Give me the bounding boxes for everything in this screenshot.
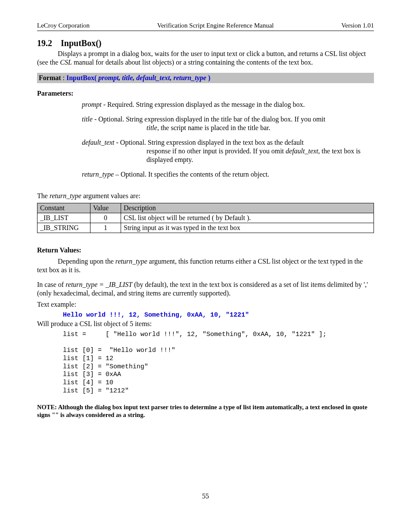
- return-values-p2: In case of return_type = _IB_LIST (by de…: [37, 280, 374, 298]
- produce-label: Will produce a CSL list object of 5 item…: [37, 320, 374, 328]
- section-title: InputBox(): [61, 38, 101, 48]
- header-left: LeCroy Corporation: [37, 22, 90, 30]
- format-fn-close: ): [206, 74, 210, 81]
- param-title: title - Optional. String expression disp…: [82, 115, 374, 132]
- section-number: 19.2: [37, 38, 52, 48]
- header-right: Version 1.01: [341, 22, 374, 30]
- table-header-row: Constant Value Description: [37, 203, 374, 213]
- param-prompt: prompt - Required. String expression dis…: [82, 100, 374, 109]
- section-heading: 19.2 InputBox(): [37, 38, 374, 49]
- note-text: NOTE: Although the dialog box input text…: [37, 403, 374, 419]
- th-value: Value: [90, 203, 121, 213]
- format-args: prompt, title, default_text, return_type: [98, 74, 206, 81]
- parameters-block: prompt - Required. String expression dis…: [82, 100, 374, 179]
- table-row: _IB_LIST 0 CSL list object will be retur…: [37, 213, 374, 223]
- page-header: LeCroy Corporation Verification Script E…: [37, 22, 374, 31]
- parameters-heading: Parameters:: [37, 89, 374, 98]
- page-number: 55: [37, 492, 374, 501]
- example-input-code: Hello world !!!, 12, Something, 0xAA, 10…: [63, 311, 374, 320]
- intro-paragraph: Displays a prompt in a dialog box, waits…: [37, 50, 374, 67]
- th-constant: Constant: [37, 203, 90, 213]
- format-bar: Format : InputBox( prompt, title, defaul…: [37, 73, 374, 83]
- param-default-text: default_text - Optional. String expressi…: [82, 138, 374, 164]
- th-description: Description: [121, 203, 374, 213]
- format-label: Format: [39, 74, 61, 81]
- example-output-code: list = [ "Hello world !!!", 12, "Somethi…: [63, 331, 374, 395]
- return-values-p1: Depending upon the return_type argument,…: [37, 257, 374, 274]
- return-type-table: Constant Value Description _IB_LIST 0 CS…: [37, 203, 374, 233]
- text-example-label: Text example:: [37, 300, 374, 309]
- header-center: Verification Script Engine Reference Man…: [157, 22, 274, 30]
- return-values-heading: Return Values:: [37, 246, 374, 255]
- param-return-type: return_type – Optional. It specifies the…: [82, 170, 374, 179]
- format-fn-open: InputBox(: [66, 74, 98, 81]
- table-row: _IB_STRING 1 String input as it was type…: [37, 223, 374, 233]
- table-intro: The return_type argument values are:: [37, 192, 374, 200]
